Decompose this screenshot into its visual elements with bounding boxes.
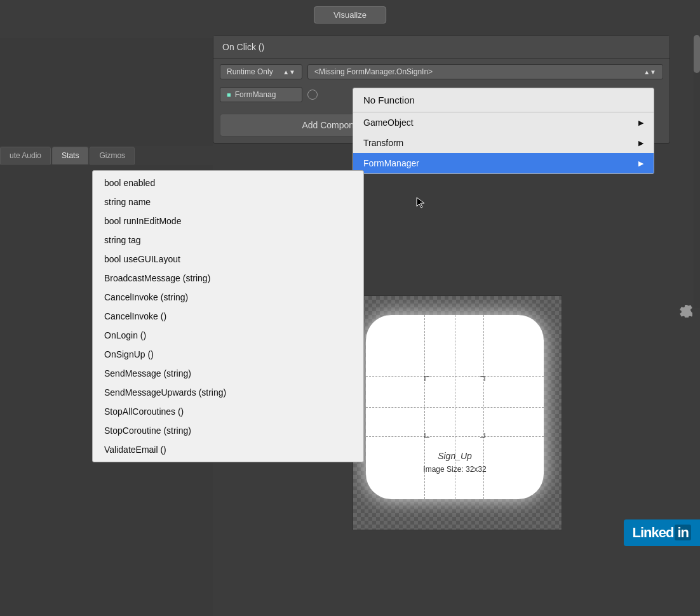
main-dropdown: No Function GameObject ▶ Transform ▶ For… bbox=[353, 88, 654, 174]
corner-br bbox=[480, 433, 485, 438]
cursor-arrow bbox=[416, 197, 425, 208]
dropdown-gameobject[interactable]: GameObject ▶ bbox=[353, 112, 654, 133]
runtime-select[interactable]: Runtime Only ▲▼ bbox=[220, 64, 302, 79]
sub-item-9[interactable]: OnSignUp () bbox=[93, 345, 363, 364]
tab-audio[interactable]: ute Audio bbox=[0, 147, 51, 164]
sub-item-3[interactable]: string tag bbox=[93, 231, 363, 250]
missing-arrow-icon: ▲▼ bbox=[643, 69, 656, 76]
sub-item-13[interactable]: StopCoroutine (string) bbox=[93, 421, 363, 440]
sub-item-1[interactable]: string name bbox=[93, 192, 363, 211]
missing-select[interactable]: <Missing FormManager.OnSignIn> ▲▼ bbox=[307, 64, 663, 79]
sub-item-0[interactable]: bool enabled bbox=[93, 173, 363, 192]
dropdown-no-function[interactable]: No Function bbox=[353, 88, 654, 112]
scrollbar-thumb[interactable] bbox=[694, 35, 700, 73]
runtime-row: Runtime Only ▲▼ <Missing FormManager.OnS… bbox=[213, 59, 670, 84]
formmanager-arrow-icon: ▶ bbox=[638, 159, 643, 168]
missing-label: <Missing FormManager.OnSignIn> bbox=[314, 67, 433, 76]
sub-dropdown: bool enabled string name bool runInEditM… bbox=[92, 170, 364, 462]
transform-arrow-icon: ▶ bbox=[638, 139, 643, 147]
linkedin-in: in bbox=[675, 525, 691, 540]
top-bar: Visualize bbox=[0, 0, 700, 38]
formmanag-label: FormManag bbox=[235, 90, 276, 99]
sub-item-8[interactable]: OnLogin () bbox=[93, 326, 363, 345]
onclick-header: On Click () bbox=[213, 36, 670, 59]
corner-bl bbox=[424, 433, 429, 438]
preview-area: Sign_Up Image Size: 32x32 bbox=[353, 295, 562, 530]
formmanag-icon: ■ bbox=[227, 91, 231, 98]
sub-item-7[interactable]: CancelInvoke () bbox=[93, 307, 363, 326]
preview-canvas: Sign_Up Image Size: 32x32 bbox=[353, 296, 562, 530]
target-circle[interactable] bbox=[307, 90, 318, 100]
corner-tl bbox=[424, 376, 429, 381]
sub-item-5[interactable]: BroadcastMessage (string) bbox=[93, 269, 363, 288]
gameobject-label: GameObject bbox=[363, 117, 414, 128]
preview-shape: Sign_Up Image Size: 32x32 bbox=[366, 315, 544, 499]
formmanag-button[interactable]: ■ FormManag bbox=[220, 87, 302, 102]
gameobject-arrow-icon: ▶ bbox=[638, 119, 643, 127]
runtime-arrow-icon: ▲▼ bbox=[283, 69, 295, 76]
transform-label: Transform bbox=[363, 138, 403, 148]
visualize-button[interactable]: Visualize bbox=[314, 6, 386, 23]
corner-tr bbox=[480, 376, 485, 381]
linkedin-badge: Linkedin bbox=[624, 519, 700, 546]
sub-item-6[interactable]: CancelInvoke (string) bbox=[93, 288, 363, 307]
gear-icon[interactable] bbox=[680, 305, 692, 318]
linkedin-text: Linked bbox=[633, 525, 674, 540]
sub-item-14[interactable]: ValidateEmail () bbox=[93, 440, 363, 459]
sub-item-11[interactable]: SendMessageUpwards (string) bbox=[93, 383, 363, 402]
runtime-label: Runtime Only bbox=[227, 67, 273, 76]
image-size-label: Image Size: 32x32 bbox=[423, 465, 486, 474]
tab-gizmos[interactable]: Gizmos bbox=[90, 147, 135, 164]
dropdown-transform[interactable]: Transform ▶ bbox=[353, 133, 654, 153]
formmanager-label: FormManager bbox=[363, 158, 419, 168]
sub-item-12[interactable]: StopAllCoroutines () bbox=[93, 402, 363, 421]
sub-item-4[interactable]: bool useGUILayout bbox=[93, 250, 363, 269]
sub-item-10[interactable]: SendMessage (string) bbox=[93, 364, 363, 383]
scrollbar[interactable] bbox=[694, 35, 700, 308]
dropdown-formmanager[interactable]: FormManager ▶ bbox=[353, 153, 654, 173]
sub-item-2[interactable]: bool runInEditMode bbox=[93, 211, 363, 231]
tab-stats[interactable]: Stats bbox=[52, 147, 88, 164]
sign-up-label: Sign_Up bbox=[438, 451, 472, 461]
